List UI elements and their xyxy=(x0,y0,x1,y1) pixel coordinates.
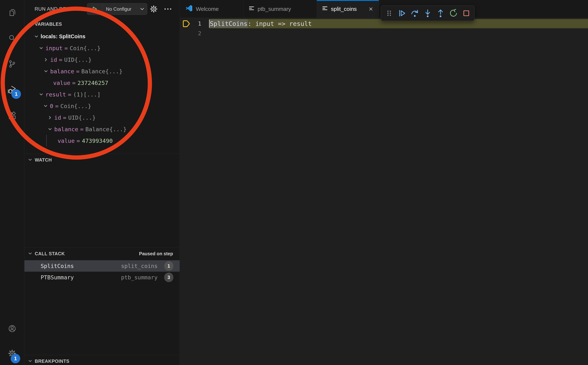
activity-item-settings[interactable]: 1 xyxy=(0,341,24,365)
breakpoints-section-label: BREAKPOINTS xyxy=(35,358,70,364)
variable-name: balance xyxy=(54,126,78,133)
settings-badge: 1 xyxy=(11,354,20,363)
variable-value: Balance{...} xyxy=(81,68,122,75)
line-number: 2 xyxy=(187,28,201,38)
variable-row-scope[interactable]: locals: SplitCoins xyxy=(24,31,180,42)
frame-name: SplitCoins xyxy=(41,263,74,269)
chevron-down-icon[interactable] xyxy=(33,34,40,40)
watch-section: WATCH xyxy=(24,154,180,247)
chevron-down-icon[interactable] xyxy=(43,68,49,74)
variable-row[interactable]: balance=Balance{...} xyxy=(24,123,180,135)
continue-icon[interactable] xyxy=(396,7,408,19)
variable-row[interactable]: input=Coin{...} xyxy=(24,42,180,54)
list-file-icon xyxy=(249,6,255,12)
chevron-down-icon[interactable] xyxy=(47,126,53,132)
selected-token: SplitCoins xyxy=(209,19,248,28)
variable-value: 237246257 xyxy=(78,80,108,86)
tab-welcome[interactable]: Welcome xyxy=(180,0,244,18)
frame-name: PTBSummary xyxy=(41,274,74,281)
chevron-right-icon[interactable] xyxy=(43,56,49,63)
variable-value: UID{...} xyxy=(64,56,92,63)
call-stack-list: SplitCoins split_coins 1 PTBSummary ptb_… xyxy=(24,260,180,283)
stop-icon[interactable] xyxy=(460,7,472,19)
variable-name: value xyxy=(57,137,75,144)
variable-row[interactable]: id=UID{...} xyxy=(24,54,180,65)
search-icon xyxy=(8,34,17,43)
explorer-icon xyxy=(8,8,17,18)
variable-row[interactable]: id=UID{...} xyxy=(24,112,180,123)
sidebar-title: RUN AND DEBUG xyxy=(35,0,78,18)
chevron-down-icon xyxy=(140,7,144,11)
variable-row[interactable]: value=473993490 xyxy=(24,135,180,147)
variable-value: Balance{...} xyxy=(85,126,127,133)
debug-settings-gear-icon[interactable] xyxy=(149,5,158,14)
tab-label: split_coins xyxy=(331,6,357,12)
call-stack-section-header[interactable]: CALL STACK Paused on step xyxy=(24,249,180,258)
debug-toolbar xyxy=(381,6,475,21)
activity-item-source-control[interactable] xyxy=(0,51,24,77)
variable-name: balance xyxy=(50,68,74,75)
start-debug-icon[interactable] xyxy=(87,3,102,15)
activity-item-run-and-debug[interactable]: 1 xyxy=(0,77,24,103)
vscode-window: 1 1 RUN AND DEBUG No Configur xyxy=(0,0,588,365)
tab-ptb-summary[interactable]: ptb_summary xyxy=(244,0,317,18)
equals-sign: = xyxy=(59,56,62,63)
variable-row[interactable]: value=237246257 xyxy=(24,77,180,89)
vscode-logo-icon xyxy=(185,4,193,14)
accounts-icon xyxy=(8,324,17,334)
line-number: 1 xyxy=(187,19,201,28)
paused-status: Paused on step xyxy=(139,251,180,256)
frame-badge: 3 xyxy=(164,273,173,282)
variable-row[interactable]: result=(1)[...] xyxy=(24,89,180,100)
equals-sign: = xyxy=(68,91,71,98)
close-icon[interactable] xyxy=(368,6,374,12)
step-out-icon[interactable] xyxy=(435,7,446,19)
call-stack-section: CALL STACK Paused on step SplitCoins spl… xyxy=(24,247,180,355)
variable-value: UID{...} xyxy=(68,114,96,121)
variable-name: id xyxy=(50,56,57,63)
watch-section-header[interactable]: WATCH xyxy=(24,155,180,164)
chevron-down-icon[interactable] xyxy=(43,103,49,109)
activity-item-extensions[interactable] xyxy=(0,103,24,129)
call-stack-section-label: CALL STACK xyxy=(35,251,65,256)
variable-name: result xyxy=(45,91,66,98)
equals-sign: = xyxy=(55,103,59,109)
variable-value: 473993490 xyxy=(82,137,113,144)
activity-item-search[interactable] xyxy=(0,26,24,51)
scope-name: locals: SplitCoins xyxy=(41,34,85,40)
activity-item-accounts[interactable] xyxy=(0,316,24,342)
variable-row[interactable]: 0=Coin{...} xyxy=(24,100,180,112)
stack-frame[interactable]: SplitCoins split_coins 1 xyxy=(24,260,180,272)
variables-section-label: VARIABLES xyxy=(35,21,62,27)
tab-split-coins[interactable]: split_coins xyxy=(317,0,379,18)
activity-item-explorer[interactable] xyxy=(0,0,24,26)
step-over-icon[interactable] xyxy=(409,7,421,19)
breakpoints-section-header[interactable]: BREAKPOINTS xyxy=(24,357,180,365)
chevron-down-icon xyxy=(27,21,33,27)
toolbar-drag-grip[interactable] xyxy=(383,7,395,19)
chevron-down-icon[interactable] xyxy=(38,91,44,98)
variable-name: value xyxy=(53,80,70,86)
source-control-icon xyxy=(8,60,17,69)
variables-section: VARIABLES locals: SplitCoins input=Coin{… xyxy=(24,18,180,154)
indent-guide xyxy=(46,135,47,147)
more-actions-icon[interactable] xyxy=(164,8,172,11)
chevron-down-icon xyxy=(27,251,33,256)
stack-frame[interactable]: PTBSummary ptb_summary 3 xyxy=(24,272,180,283)
code-editor[interactable]: 1 2 SplitCoins : input => result xyxy=(180,18,588,365)
frame-badge: 1 xyxy=(164,261,173,271)
equals-sign: = xyxy=(80,126,84,133)
variables-tree: locals: SplitCoins input=Coin{...} id=UI… xyxy=(24,31,180,147)
code-text: : input => result xyxy=(248,20,312,27)
debug-config-dropdown[interactable]: No Configur xyxy=(87,3,147,15)
variables-section-header[interactable]: VARIABLES xyxy=(24,20,180,29)
variable-row[interactable]: balance=Balance{...} xyxy=(24,65,180,77)
chevron-down-icon[interactable] xyxy=(38,45,44,51)
restart-icon[interactable] xyxy=(447,7,459,19)
variable-name: input xyxy=(45,45,63,51)
chevron-right-icon[interactable] xyxy=(47,114,53,121)
sidebar-header: RUN AND DEBUG No Configur xyxy=(24,0,180,18)
tab-label: ptb_summary xyxy=(258,6,291,12)
step-into-icon[interactable] xyxy=(422,7,433,19)
variable-value: (1)[...] xyxy=(73,91,100,98)
